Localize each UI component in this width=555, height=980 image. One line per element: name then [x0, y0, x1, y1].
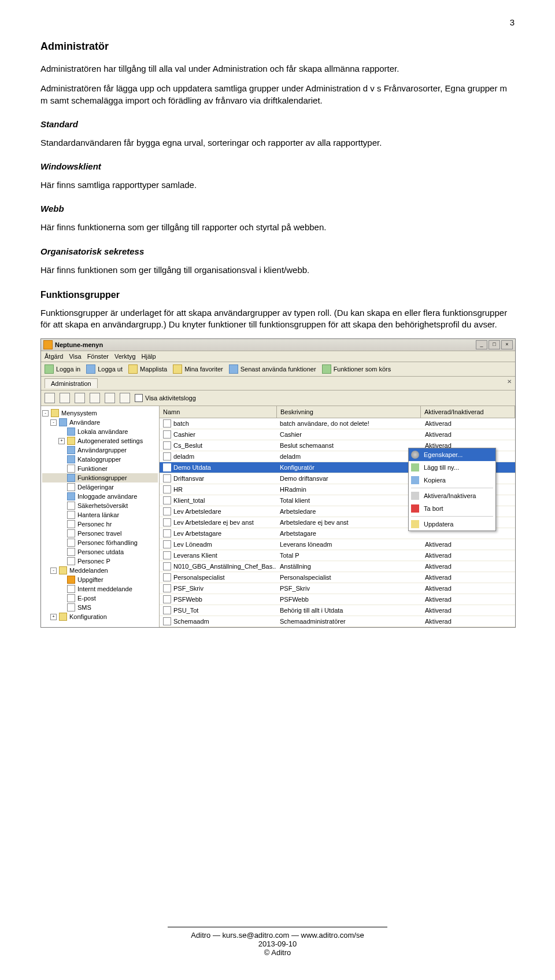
- tree-node[interactable]: Funktionsgrupper: [42, 473, 158, 482]
- tree-node[interactable]: Personec förhandling: [42, 538, 158, 547]
- table-row[interactable]: PSFWebbPSFWebbAktiverad: [160, 594, 515, 605]
- tree-node[interactable]: Personec hr: [42, 520, 158, 529]
- row-icon: [163, 452, 171, 460]
- tree-node[interactable]: Internt meddelande: [42, 584, 158, 594]
- menu-item[interactable]: Verktyg: [114, 353, 136, 360]
- tree-node-label: Användargrupper: [77, 447, 127, 454]
- tree-node[interactable]: Säkerhetsöversikt: [42, 501, 158, 510]
- tree-node[interactable]: Användargrupper: [42, 445, 158, 455]
- expand-icon[interactable]: -: [50, 568, 57, 574]
- toolbar: Logga in Logga ut Mapplista Mina favorit…: [41, 362, 515, 377]
- tree-node-label: Kataloggrupper: [77, 456, 121, 463]
- row-icon: [163, 584, 171, 592]
- minimize-button[interactable]: _: [476, 340, 487, 349]
- doc-icon: [67, 502, 75, 510]
- table-row[interactable]: PSU_TotBehörig till allt i UtdataAktiver…: [160, 605, 515, 616]
- icon-button[interactable]: [105, 393, 115, 403]
- tree-node[interactable]: Lokala användare: [42, 427, 158, 436]
- tree-node-label: Uppgifter: [77, 576, 103, 583]
- activity-log-checkbox[interactable]: Visa aktivitetslogg: [135, 393, 196, 403]
- tree-node[interactable]: +Konfiguration: [42, 612, 158, 621]
- tab-close-icon[interactable]: ✕: [507, 378, 512, 388]
- menu-item[interactable]: Visa: [69, 353, 81, 360]
- toolbar-label: Mapplista: [140, 366, 167, 373]
- mapplista-button[interactable]: Mapplista: [128, 364, 167, 374]
- cell-act: Aktiverad: [421, 572, 515, 583]
- favorites-button[interactable]: Mina favoriter: [173, 364, 223, 374]
- tree-node[interactable]: Kataloggrupper: [42, 455, 158, 464]
- column-header-name[interactable]: Namn: [160, 406, 277, 418]
- expand-icon[interactable]: +: [50, 614, 57, 620]
- context-menu-label: Ta bort: [424, 505, 443, 512]
- login-button[interactable]: Logga in: [45, 364, 80, 374]
- tree-node-label: Internt meddelande: [77, 585, 132, 592]
- column-header-desc[interactable]: Beskrivning: [277, 406, 421, 418]
- running-button[interactable]: Funktioner som körs: [322, 364, 391, 374]
- app-window: Neptune-menyn _ □ × Åtgärd Visa Fönster …: [40, 338, 516, 628]
- context-menu-item[interactable]: Kopiera: [409, 474, 495, 487]
- close-button[interactable]: ×: [501, 340, 513, 349]
- cell-desc: Cashier: [276, 429, 421, 440]
- tree-node[interactable]: Hantera länkar: [42, 510, 158, 520]
- tree-node[interactable]: Personec travel: [42, 529, 158, 538]
- menu-item[interactable]: Åtgärd: [45, 353, 63, 360]
- menu-item[interactable]: Fönster: [87, 353, 109, 360]
- expand-icon[interactable]: -: [50, 419, 57, 426]
- tree-node[interactable]: Personec P: [42, 557, 158, 566]
- table-row[interactable]: PSF_SkrivPSF_SkrivAktiverad: [160, 583, 515, 594]
- tree-node[interactable]: -Användare: [42, 418, 158, 427]
- group-icon: [67, 446, 75, 454]
- cell-desc: HRadmin: [276, 484, 421, 495]
- table-row[interactable]: batchbatch användare, do not delete!Akti…: [160, 418, 515, 429]
- tree-node[interactable]: Uppgifter: [42, 575, 158, 584]
- table-row[interactable]: CashierCashierAktiverad: [160, 429, 515, 440]
- maximize-button[interactable]: □: [489, 340, 500, 349]
- admin-paragraph-2: Administratören får lägga upp och uppdat…: [40, 83, 515, 106]
- toolbar-label: Mina favoriter: [184, 366, 223, 373]
- logout-button[interactable]: Logga ut: [86, 364, 123, 374]
- tree-node[interactable]: Funktioner: [42, 464, 158, 473]
- row-icon: [163, 507, 171, 515]
- folder-icon: [59, 613, 67, 621]
- table-row[interactable]: Leverans KlientTotal PAktiverad: [160, 550, 515, 561]
- grid-header: Namn Beskrivning Aktiverad/Inaktiverad: [160, 406, 515, 418]
- tree-node[interactable]: -Meddelanden: [42, 566, 158, 575]
- context-menu-label: Lägg till ny...: [424, 464, 459, 471]
- icon-button[interactable]: [90, 393, 100, 403]
- context-menu-item[interactable]: Egenskaper...: [409, 448, 495, 461]
- context-menu-item[interactable]: Uppdatera: [409, 518, 495, 530]
- cell-name: PSFWebb: [160, 594, 276, 605]
- icon-button[interactable]: [60, 393, 70, 403]
- titlebar: Neptune-menyn _ □ ×: [41, 339, 515, 351]
- recent-button[interactable]: Senast använda funktioner: [229, 364, 316, 374]
- tree-node[interactable]: SMS: [42, 603, 158, 612]
- column-header-act[interactable]: Aktiverad/Inaktiverad: [421, 406, 515, 418]
- expand-icon[interactable]: +: [58, 438, 65, 444]
- cell-act: Aktiverad: [421, 616, 515, 627]
- icon-button[interactable]: [120, 393, 130, 403]
- context-menu-item[interactable]: Lägg till ny...: [409, 461, 495, 474]
- expand-icon[interactable]: -: [42, 410, 49, 417]
- tree-node[interactable]: -Menysystem: [42, 408, 158, 418]
- table-row[interactable]: Lev LöneadmLeverans löneadmAktiverad: [160, 539, 515, 550]
- icon-button[interactable]: [45, 393, 55, 403]
- table-row[interactable]: N010_GBG_Anställning_Chef_Bas...Anställn…: [160, 561, 515, 572]
- tree-node[interactable]: E-post: [42, 594, 158, 603]
- tree-node[interactable]: +Autogenerated settings: [42, 436, 158, 445]
- menu-item[interactable]: Hjälp: [142, 353, 156, 360]
- footer-line-2: 2013-09-10: [0, 940, 555, 948]
- table-row[interactable]: SchemaadmSchemaadministratörerAktiverad: [160, 616, 515, 627]
- tree-node[interactable]: Personec utdata: [42, 547, 158, 557]
- folder-icon: [59, 566, 67, 574]
- row-icon: [163, 573, 171, 581]
- tree-node[interactable]: Delägeringar: [42, 482, 158, 492]
- icon-button[interactable]: [75, 393, 85, 403]
- tree-node[interactable]: Inloggade användare: [42, 492, 158, 501]
- context-menu-item[interactable]: Aktivera/Inaktivera: [409, 489, 495, 502]
- tab-administration[interactable]: Administration: [45, 378, 98, 388]
- login-icon: [45, 364, 54, 374]
- row-icon: [163, 441, 171, 450]
- table-row[interactable]: PersonalspecialistPersonalspecialistAkti…: [160, 572, 515, 583]
- cell-desc: Personalspecialist: [276, 572, 421, 583]
- context-menu-item[interactable]: Ta bort: [409, 502, 495, 515]
